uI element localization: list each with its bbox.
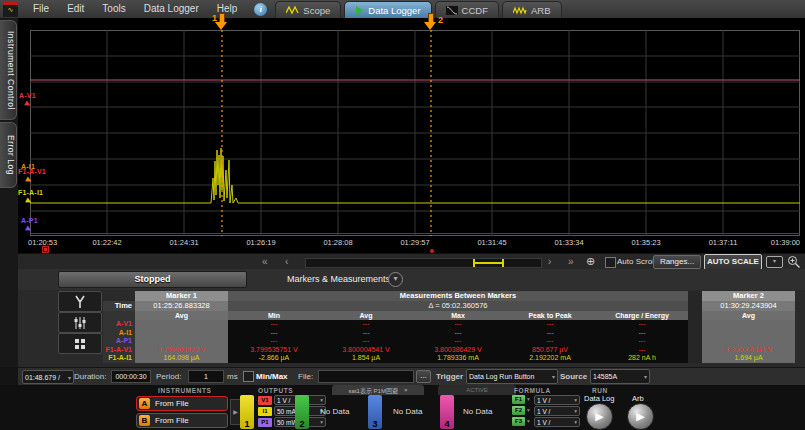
channel-label-a-p1[interactable]: A-P1 xyxy=(21,217,38,224)
active-tab[interactable]: ACTIVE xyxy=(438,385,516,395)
x-tick: 01:22:42 xyxy=(77,238,137,247)
formula-f3-scale-dropdown[interactable]: 1 V /▾ xyxy=(534,417,580,427)
formula-f2-scale-dropdown[interactable]: 1 V /▾ xyxy=(534,406,580,416)
cell-min: -2.866 µA xyxy=(228,354,320,363)
output-1-p1-chip: P1 xyxy=(258,418,272,427)
plot-area[interactable] xyxy=(30,30,800,236)
run-arb-button[interactable]: ▶ xyxy=(627,403,654,430)
cell-min: --- xyxy=(228,329,320,338)
trigger-value: Data Log Run Button xyxy=(469,373,534,380)
scrollbar-track[interactable] xyxy=(305,258,542,268)
duration-field[interactable]: 000:00:30 xyxy=(111,370,151,383)
tab-arb[interactable]: ARB xyxy=(502,1,562,19)
instrument-b-badge: B xyxy=(139,415,150,426)
dataset-file-tab[interactable]: sat1表示 P1M回避 × xyxy=(332,385,424,395)
marker-1-handle-arrow[interactable] xyxy=(215,22,227,30)
cell-avg: --- xyxy=(320,337,412,346)
marker2-header[interactable]: Marker 2 xyxy=(702,291,795,301)
screenshot-icon[interactable]: ▾ xyxy=(766,256,783,268)
output-2-bar[interactable]: 2 xyxy=(295,395,309,429)
chart-scroll-row: « ‹ › » ⊕ Auto Scroll Ranges... AUTO SCA… xyxy=(18,253,805,270)
formula-f3-expander[interactable]: ▾ xyxy=(527,418,530,424)
col-header-peak-to-peak: Peak to Peak xyxy=(504,311,596,320)
cell-p2p: --- xyxy=(504,320,596,329)
instrument-b-button[interactable]: B From File xyxy=(136,413,228,428)
browse-button[interactable]: ... xyxy=(416,370,431,383)
row-label: A-V1 xyxy=(103,320,135,329)
x-tick: 01:29:57 xyxy=(385,238,445,247)
run-data-log-label: Data Log xyxy=(584,394,614,403)
formula-f1-scale-dropdown[interactable]: 1 V /▾ xyxy=(534,395,580,405)
marker1-stat-header: Avg xyxy=(135,311,228,320)
period-field[interactable]: 1 xyxy=(188,370,224,383)
scroll-prev-button[interactable]: ‹ xyxy=(285,254,288,269)
sidebar-tab-error-log[interactable]: Error Log xyxy=(0,122,17,188)
formula-f1-expander[interactable]: ▾ xyxy=(527,396,530,402)
tab-data-logger[interactable]: Data Logger xyxy=(344,1,431,19)
marker-2-handle-arrow[interactable] xyxy=(424,22,436,30)
markers-delta: Δ = 05:02.360576 xyxy=(228,301,688,311)
tab-ccdf-label: CCDF xyxy=(462,5,488,16)
row-label: F1-A-I1 xyxy=(103,354,135,363)
instrument-a-button[interactable]: A From File xyxy=(136,396,228,411)
trigger-label: Trigger xyxy=(436,372,463,381)
menu-data-logger[interactable]: Data Logger xyxy=(135,0,208,18)
waveform-chart[interactable]: A-V1 ▶ A-I1 F1-A-V1 ▶ F1-A-I1 ▶ A-P1 ▶ 0… xyxy=(18,18,805,253)
cell-m2 xyxy=(702,329,795,338)
output-2-status: No Data xyxy=(320,407,349,416)
info-icon[interactable]: i xyxy=(254,3,267,16)
menu-file[interactable]: File xyxy=(24,0,58,18)
time-per-div-dropdown[interactable]: 01:48.679 /▾ xyxy=(22,370,74,384)
x-tick: 01:24:31 xyxy=(154,238,214,247)
minmax-checkbox[interactable] xyxy=(243,371,254,382)
auto-scroll-checkbox[interactable] xyxy=(605,257,616,268)
output-3-status: No Data xyxy=(393,407,422,416)
cell-p2p: --- xyxy=(504,337,596,346)
output-1-bar[interactable]: 1 xyxy=(240,395,254,429)
marker1-header[interactable]: Marker 1 xyxy=(135,291,228,301)
scroll-next-page-button[interactable]: » xyxy=(568,254,574,269)
source-dropdown[interactable]: 14585A▾ xyxy=(590,369,650,384)
formula-f1-scale: 1 V / xyxy=(537,397,550,404)
scroll-prev-page-button[interactable]: « xyxy=(262,254,268,269)
close-icon[interactable]: × xyxy=(404,387,408,393)
marker-2-handle[interactable] xyxy=(428,13,434,22)
marker2-time: 01:30:29.243904 xyxy=(702,301,795,311)
tab-scope[interactable]: Scope xyxy=(275,1,341,19)
output-4-status: No Data xyxy=(463,407,492,416)
grid-view-button[interactable] xyxy=(58,333,102,354)
formula-f2-expander[interactable]: ▾ xyxy=(527,407,530,413)
cell-m1: 164.098 µA xyxy=(135,354,228,363)
instrument-a-label: From File xyxy=(155,399,189,408)
cell-m1 xyxy=(135,337,228,346)
cell-avg: 3.800004541 V xyxy=(320,346,412,355)
tab-ccdf[interactable]: CCDF xyxy=(435,1,499,19)
channel-label-f1-a-i1[interactable]: F1-A-I1 xyxy=(18,189,43,196)
col-header-max: Max xyxy=(412,311,504,320)
panel-collapse-button[interactable]: ▾ xyxy=(388,272,403,287)
minmax-label: Min/Max xyxy=(256,372,288,381)
channel-label-f1-a-v1[interactable]: F1-A-V1 xyxy=(18,168,46,175)
channel-label-a-v1[interactable]: A-V1 xyxy=(19,92,36,99)
pan-icon[interactable]: ⊕ xyxy=(586,255,595,268)
trigger-dropdown[interactable]: Data Log Run Button▾ xyxy=(466,369,558,384)
menu-edit[interactable]: Edit xyxy=(58,0,93,18)
menu-tools[interactable]: Tools xyxy=(93,0,134,18)
cell-ce: --- xyxy=(596,337,688,346)
output-4-bar[interactable]: 4 xyxy=(440,395,454,429)
file-field[interactable] xyxy=(318,370,414,383)
output-3-bar[interactable]: 3 xyxy=(368,395,382,429)
column-gap xyxy=(688,311,702,320)
x-tick: 01:39:00 xyxy=(740,238,800,247)
sidebar-tab-instrument-control[interactable]: Instrument Control xyxy=(0,20,17,120)
marker-tool-button[interactable] xyxy=(58,291,102,312)
measurement-settings-button[interactable] xyxy=(58,312,102,333)
ranges-button[interactable]: Ranges... xyxy=(653,255,701,269)
marker-1-handle[interactable] xyxy=(219,13,225,22)
scrollbar-thumb[interactable] xyxy=(473,259,504,267)
run-data-log-button[interactable]: ▶ xyxy=(586,403,613,430)
zoom-in-icon[interactable] xyxy=(787,255,801,269)
auto-scale-button[interactable]: AUTO SCALE xyxy=(704,254,762,270)
period-unit-label: ms xyxy=(227,372,238,381)
scroll-next-button[interactable]: › xyxy=(548,254,551,269)
